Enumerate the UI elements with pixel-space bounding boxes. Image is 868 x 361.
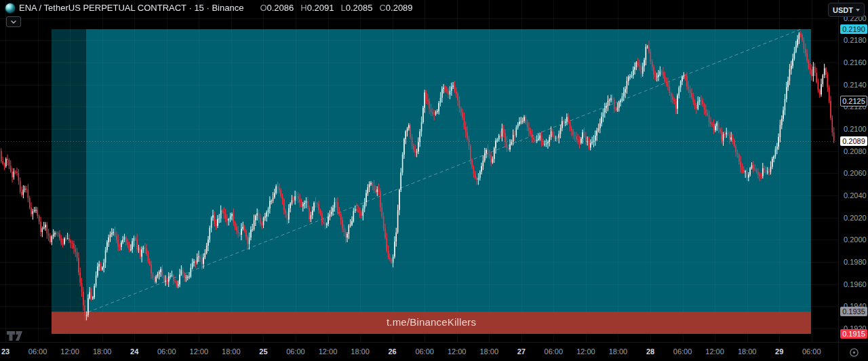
price-tag-0.2125: 0.2125 bbox=[840, 96, 867, 107]
ohlc-l: L0.2085 bbox=[340, 3, 372, 13]
time-tick-label: 06:00 bbox=[802, 343, 821, 361]
price-tick-label: 0.1980 bbox=[844, 258, 867, 266]
price-tick-label: 0.2180 bbox=[844, 36, 867, 44]
time-tick-label: 18:00 bbox=[351, 343, 370, 361]
time-tick-label: 06:00 bbox=[673, 343, 692, 361]
time-axis[interactable]: 2306:0012:0018:002406:0012:0018:002506:0… bbox=[0, 342, 838, 361]
price-tick-label: 0.2080 bbox=[844, 147, 867, 155]
time-tick-label: 18:00 bbox=[222, 343, 241, 361]
time-tick-label: 12:00 bbox=[190, 343, 209, 361]
chevron-down-icon bbox=[11, 20, 16, 24]
time-tick-label: 28 bbox=[646, 343, 654, 361]
price-tick-label: 0.2020 bbox=[844, 214, 867, 222]
symbol-legend: ENA / TetherUS PERPETUAL CONTRACT · 15 ·… bbox=[5, 3, 413, 13]
time-tick-label: 26 bbox=[388, 343, 396, 361]
price-tag-0.2190: 0.2190 bbox=[840, 24, 867, 34]
price-tick-label: 0.2100 bbox=[844, 125, 867, 133]
price-tick-label: 0.1960 bbox=[844, 280, 867, 288]
time-tick-label: 12:00 bbox=[60, 343, 79, 361]
ohlc-o: O0.2086 bbox=[260, 3, 294, 13]
candlestick-chart-canvas[interactable] bbox=[0, 0, 838, 342]
price-tick-label: 0.2060 bbox=[844, 169, 867, 177]
time-tick-label: 18:00 bbox=[609, 343, 628, 361]
price-tag-0.1935: 0.1935 bbox=[840, 307, 867, 316]
ohlc-c: C0.2089 bbox=[379, 3, 412, 13]
time-tick-label: 12:00 bbox=[705, 343, 724, 361]
price-tag-0.2089: 0.2089 bbox=[840, 136, 867, 146]
ena-logo-icon bbox=[5, 3, 15, 13]
time-tick-label: 06:00 bbox=[545, 343, 564, 361]
time-tick-label: 18:00 bbox=[479, 343, 498, 361]
currency-selector-button[interactable]: USDT bbox=[828, 3, 865, 17]
time-tick-label: 06:00 bbox=[286, 343, 305, 361]
price-tag-0.1915: 0.1915 bbox=[840, 329, 867, 339]
time-tick-label: 24 bbox=[130, 343, 138, 361]
time-tick-label: 06:00 bbox=[415, 343, 434, 361]
price-axis[interactable]: 0.22000.21800.21600.21400.21200.21000.20… bbox=[838, 0, 868, 342]
time-tick-label: 12:00 bbox=[448, 343, 467, 361]
banner-link-text: t.me/BinanceKillers bbox=[52, 311, 811, 334]
time-tick-label: 06:00 bbox=[157, 343, 176, 361]
time-tick-label: 12:00 bbox=[576, 343, 595, 361]
currency-label: USDT bbox=[833, 6, 853, 14]
price-tick-label: 0.2000 bbox=[844, 235, 867, 244]
chevron-down-icon bbox=[856, 9, 860, 12]
ohlc-values: O0.2086H0.2091L0.2085C0.2089 bbox=[260, 3, 412, 13]
time-tick-label: 18:00 bbox=[738, 343, 757, 361]
time-tick-label: 18:00 bbox=[93, 343, 112, 361]
time-tick-label: 06:00 bbox=[28, 343, 47, 361]
price-tick-label: 0.2140 bbox=[844, 81, 867, 89]
gear-icon bbox=[849, 347, 859, 358]
time-tick-label: 29 bbox=[775, 343, 783, 361]
ohlc-h: H0.2091 bbox=[300, 3, 334, 13]
time-tick-label: 12:00 bbox=[319, 343, 338, 361]
chart-settings-button[interactable] bbox=[838, 342, 868, 361]
price-tick-label: 0.2040 bbox=[844, 191, 867, 200]
price-tick-label: 0.2160 bbox=[844, 58, 867, 66]
chart-window: t.me/BinanceKillers ENA / TetherUS PERPE… bbox=[0, 0, 868, 361]
symbol-title: ENA / TetherUS PERPETUAL CONTRACT · 15 ·… bbox=[19, 3, 243, 13]
tradingview-logo bbox=[7, 331, 23, 341]
time-tick-label: 25 bbox=[259, 343, 267, 361]
legend-collapse-button[interactable] bbox=[6, 16, 21, 27]
time-tick-label: 27 bbox=[517, 343, 526, 361]
time-tick-label: 23 bbox=[1, 343, 9, 361]
